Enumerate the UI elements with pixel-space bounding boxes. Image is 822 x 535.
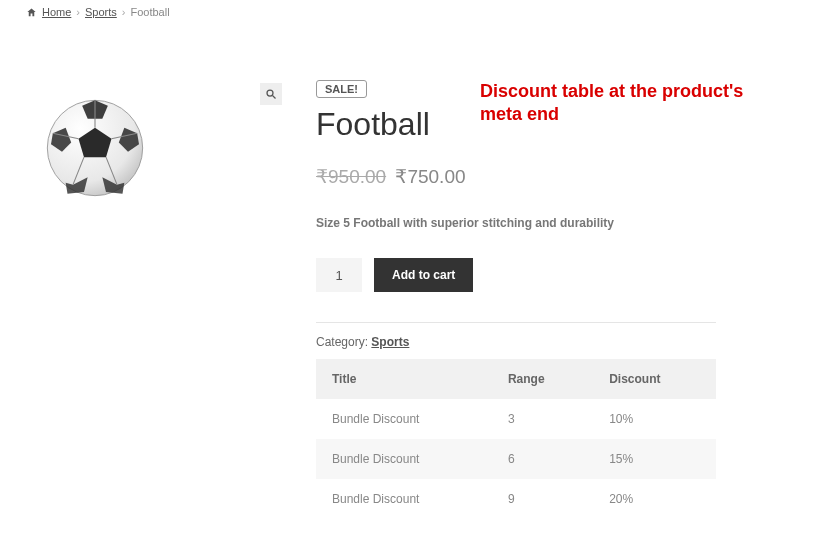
table-row: Bundle Discount 9 20% xyxy=(316,479,716,519)
breadcrumb-sep: › xyxy=(76,6,80,18)
th-title: Title xyxy=(316,359,492,399)
home-icon xyxy=(26,7,37,18)
short-description: Size 5 Football with superior stitching … xyxy=(316,216,716,230)
annotation-text: Discount table at the product's meta end xyxy=(480,80,790,125)
discount-table: Title Range Discount Bundle Discount 3 1… xyxy=(316,359,716,519)
table-row: Bundle Discount 6 15% xyxy=(316,439,716,479)
breadcrumb-home[interactable]: Home xyxy=(42,6,71,18)
table-row: Bundle Discount 3 10% xyxy=(316,399,716,439)
price: ₹950.00 ₹750.00 xyxy=(316,165,716,188)
breadcrumb: Home › Sports › Football xyxy=(0,0,822,24)
svg-point-0 xyxy=(267,90,273,96)
category-label: Category: xyxy=(316,335,371,349)
breadcrumb-current: Football xyxy=(130,6,169,18)
th-discount: Discount xyxy=(593,359,716,399)
product-image[interactable] xyxy=(40,93,150,203)
add-to-cart-button[interactable]: Add to cart xyxy=(374,258,473,292)
zoom-icon[interactable] xyxy=(260,83,282,105)
product-meta: Category: Sports xyxy=(316,322,716,349)
sale-badge: SALE! xyxy=(316,80,367,98)
svg-line-1 xyxy=(273,96,276,99)
quantity-input[interactable] xyxy=(316,258,362,292)
category-link[interactable]: Sports xyxy=(371,335,409,349)
breadcrumb-sep: › xyxy=(122,6,126,18)
breadcrumb-category[interactable]: Sports xyxy=(85,6,117,18)
th-range: Range xyxy=(492,359,593,399)
